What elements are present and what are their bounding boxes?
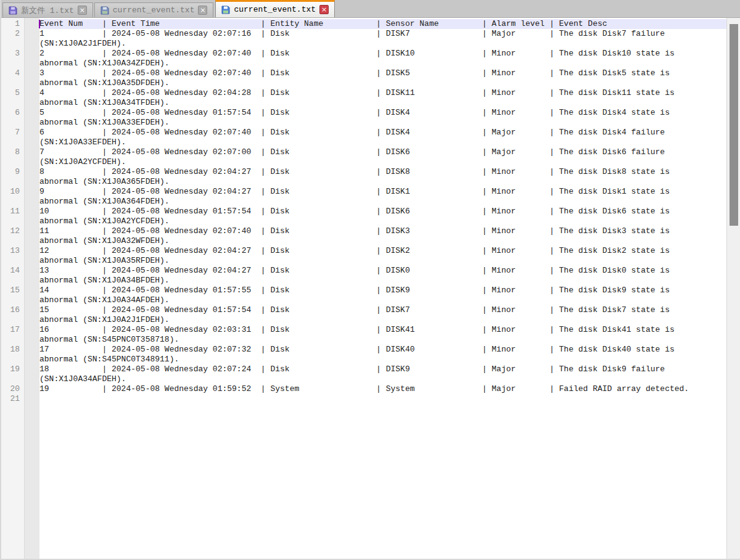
line-number[interactable]: 6	[1, 108, 24, 118]
editor-line[interactable]: 32 | 2024-05-08 Wednesday 02:07:40 | Dis…	[1, 49, 726, 59]
line-number[interactable]	[1, 59, 24, 68]
line-text: (SN:X1J0A34AFDEH).	[39, 374, 726, 384]
line-number[interactable]	[1, 256, 24, 266]
line-number[interactable]: 10	[1, 187, 24, 197]
editor-line[interactable]: 43 | 2024-05-08 Wednesday 02:07:40 | Dis…	[1, 68, 726, 78]
line-number[interactable]: 20	[1, 384, 24, 394]
editor-line[interactable]: 1615 | 2024-05-08 Wednesday 01:57:54 | D…	[1, 305, 726, 315]
editor-line[interactable]: 1110 | 2024-05-08 Wednesday 01:57:54 | D…	[1, 207, 726, 216]
line-number[interactable]: 4	[1, 68, 24, 78]
line-number[interactable]: 12	[1, 226, 24, 236]
line-number[interactable]: 16	[1, 305, 24, 315]
line-number[interactable]	[1, 197, 24, 207]
line-number[interactable]: 8	[1, 147, 24, 157]
close-icon[interactable]: ×	[78, 6, 87, 15]
line-number[interactable]	[1, 39, 24, 49]
editor-line[interactable]: 1211 | 2024-05-08 Wednesday 02:07:40 | D…	[1, 226, 726, 236]
editor-line[interactable]: abnormal (SN:X1J0A33EFDEH).	[1, 118, 726, 128]
line-number[interactable]	[1, 276, 24, 286]
editor-line[interactable]: 54 | 2024-05-08 Wednesday 02:04:28 | Dis…	[1, 88, 726, 98]
editor-line[interactable]: 1716 | 2024-05-08 Wednesday 02:03:31 | D…	[1, 325, 726, 335]
line-number[interactable]: 1	[1, 19, 24, 29]
line-number[interactable]: 9	[1, 167, 24, 177]
line-number[interactable]: 17	[1, 325, 24, 335]
line-number[interactable]: 5	[1, 88, 24, 98]
line-number[interactable]: 7	[1, 128, 24, 138]
editor-line[interactable]: abnormal (SN:X1J0A32WFDEH).	[1, 236, 726, 246]
tab-bar: 新文件 1.txt × current_event.txt ×	[1, 0, 740, 17]
tab-current-event-1[interactable]: current_event.txt ×	[94, 2, 214, 17]
editor-line[interactable]: (SN:X1J0A34AFDEH).	[1, 374, 726, 384]
bookmark-margin-cell	[24, 226, 39, 236]
line-number[interactable]	[1, 157, 24, 167]
editor-line[interactable]: 21 | 2024-05-08 Wednesday 02:07:16 | Dis…	[1, 29, 726, 39]
line-number[interactable]	[1, 216, 24, 226]
line-text: 9 | 2024-05-08 Wednesday 02:04:27 | Disk…	[39, 187, 726, 197]
editor-line[interactable]: abnormal (SN:X1J0A34TFDEH).	[1, 98, 726, 108]
tab-current-event-active[interactable]: current_event.txt ×	[215, 0, 335, 17]
line-number[interactable]: 15	[1, 286, 24, 295]
editor-line[interactable]: abnormal (SN:X1J0A34ZFDEH).	[1, 59, 726, 68]
vertical-scrollbar[interactable]	[726, 18, 740, 559]
bookmark-margin-cell	[24, 177, 39, 187]
editor-line[interactable]: 76 | 2024-05-08 Wednesday 02:07:40 | Dis…	[1, 128, 726, 138]
editor-line[interactable]: 1817 | 2024-05-08 Wednesday 02:07:32 | D…	[1, 345, 726, 355]
scrollbar-thumb[interactable]	[730, 24, 738, 226]
line-number[interactable]	[1, 335, 24, 345]
line-number[interactable]	[1, 236, 24, 246]
line-number[interactable]	[1, 315, 24, 325]
editor-line[interactable]: (SN:X1J0A33EFDEH).	[1, 138, 726, 147]
editor-line[interactable]: (SN:X1J0A2J1FDEH).	[1, 39, 726, 49]
editor-line[interactable]: 65 | 2024-05-08 Wednesday 01:57:54 | Dis…	[1, 108, 726, 118]
editor-line[interactable]: 98 | 2024-05-08 Wednesday 02:04:27 | Dis…	[1, 167, 726, 177]
editor-line[interactable]: 1312 | 2024-05-08 Wednesday 02:04:27 | D…	[1, 246, 726, 256]
line-number[interactable]: 13	[1, 246, 24, 256]
editor-line[interactable]: abnormal (SN:S45PNC0T348911).	[1, 355, 726, 364]
line-number[interactable]: 14	[1, 266, 24, 276]
editor-line[interactable]: 2019 | 2024-05-08 Wednesday 01:59:52 | S…	[1, 384, 726, 394]
line-number[interactable]: 19	[1, 364, 24, 374]
line-number[interactable]	[1, 118, 24, 128]
text-area[interactable]: 1Event Num | Event Time | Entity Name | …	[1, 19, 726, 404]
editor-line[interactable]: abnormal (SN:X1J0A34AFDEH).	[1, 295, 726, 305]
line-number[interactable]	[1, 295, 24, 305]
line-number[interactable]	[1, 98, 24, 108]
tab-new-file-1[interactable]: 新文件 1.txt ×	[2, 2, 93, 17]
line-number[interactable]	[1, 138, 24, 147]
line-number[interactable]: 11	[1, 207, 24, 216]
line-number[interactable]: 3	[1, 49, 24, 59]
editor-line[interactable]: 1413 | 2024-05-08 Wednesday 02:04:27 | D…	[1, 266, 726, 276]
editor-line[interactable]: abnormal (SN:X1J0A34BFDEH).	[1, 276, 726, 286]
line-number[interactable]: 21	[1, 394, 24, 404]
bookmark-margin-cell	[24, 394, 39, 404]
editor-line[interactable]: 109 | 2024-05-08 Wednesday 02:04:27 | Di…	[1, 187, 726, 197]
editor-line[interactable]: abnormal (SN:X1J0A35RFDEH).	[1, 256, 726, 266]
editor-line[interactable]: 1Event Num | Event Time | Entity Name | …	[1, 19, 726, 29]
line-text: abnormal (SN:X1J0A2J1FDEH).	[39, 315, 726, 325]
close-icon[interactable]: ×	[319, 5, 329, 14]
editor-line[interactable]: abnormal (SN:X1J0A365FDEH).	[1, 177, 726, 187]
editor-line[interactable]: 1918 | 2024-05-08 Wednesday 02:07:24 | D…	[1, 364, 726, 374]
editor-line[interactable]: abnormal (SN:X1J0A2J1FDEH).	[1, 315, 726, 325]
editor-line[interactable]: 1514 | 2024-05-08 Wednesday 01:57:55 | D…	[1, 286, 726, 295]
tab-label: current_event.txt	[113, 6, 195, 15]
line-text: 7 | 2024-05-08 Wednesday 02:07:00 | Disk…	[39, 147, 726, 157]
line-number[interactable]	[1, 78, 24, 88]
editor-line[interactable]: abnormal (SN:X1J0A35DFDEH).	[1, 78, 726, 88]
bookmark-margin-cell	[24, 49, 39, 59]
editor-line[interactable]: 21	[1, 394, 726, 404]
editor-line[interactable]: (SN:X1J0A2YCFDEH).	[1, 157, 726, 167]
editor-line[interactable]: abnormal (SN:S45PNC0T358718).	[1, 335, 726, 345]
line-number[interactable]	[1, 355, 24, 364]
line-number[interactable]: 2	[1, 29, 24, 39]
editor-line[interactable]: abnormal (SN:X1J0A2YCFDEH).	[1, 216, 726, 226]
line-number[interactable]	[1, 374, 24, 384]
bookmark-margin-cell	[24, 266, 39, 276]
editor-line[interactable]: 87 | 2024-05-08 Wednesday 02:07:00 | Dis…	[1, 147, 726, 157]
editor-line[interactable]: abnormal (SN:X1J0A364FDEH).	[1, 197, 726, 207]
line-number[interactable]	[1, 177, 24, 187]
line-number[interactable]: 18	[1, 345, 24, 355]
bookmark-margin-cell	[24, 246, 39, 256]
bookmark-margin-cell	[24, 167, 39, 177]
close-icon[interactable]: ×	[198, 6, 207, 15]
